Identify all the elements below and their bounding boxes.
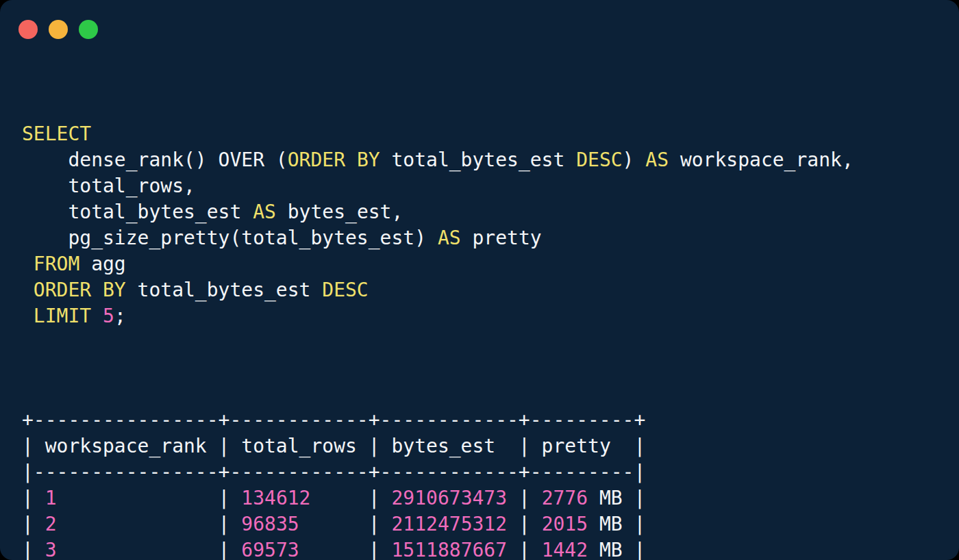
table-border-top: +----------------+------------+---------… (22, 407, 952, 433)
code-segment: | (507, 513, 530, 535)
code-segment: 2776 (542, 487, 588, 509)
code-segment (22, 305, 34, 327)
sql-query-code: SELECT dense_rank() OVER (ORDER BY total… (22, 121, 952, 329)
code-segment: | (57, 487, 230, 509)
code-segment (380, 487, 392, 509)
code-segment: | (299, 539, 380, 560)
code-segment: 2015 (542, 513, 588, 535)
code-segment: 2 (45, 513, 57, 535)
code-segment: 3 (45, 539, 57, 560)
code-segment: bytes_est | (380, 435, 530, 457)
code-line: SELECT (22, 121, 952, 147)
code-segment: FROM (34, 253, 79, 275)
code-line: LIMIT 5; (22, 303, 952, 329)
code-segment: bytes_est, (276, 201, 403, 223)
code-segment: | (507, 487, 530, 509)
code-segment: total_bytes_est (126, 279, 323, 301)
code-segment: 96835 (241, 513, 299, 535)
code-segment: | (623, 487, 646, 509)
query-result-table: +----------------+------------+---------… (22, 407, 952, 560)
code-segment: LIMIT (34, 305, 91, 327)
code-segment: +----------------+------------+---------… (22, 409, 645, 431)
code-line: total_rows, (22, 173, 952, 199)
code-segment: ORDER BY (288, 149, 380, 171)
code-segment: workspace_rank, (669, 149, 854, 171)
code-segment: AS (438, 227, 461, 249)
code-segment (22, 253, 34, 275)
code-segment (530, 539, 542, 560)
code-segment (380, 513, 392, 535)
code-segment (380, 539, 392, 560)
code-segment: ; (114, 305, 126, 327)
code-segment: | (57, 539, 230, 560)
code-segment (34, 513, 45, 535)
code-segment: pretty (461, 227, 542, 249)
code-segment (530, 487, 542, 509)
code-segment: | (299, 513, 380, 535)
code-segment: | (57, 513, 230, 535)
code-segment: | (22, 539, 34, 560)
code-segment: DESC (322, 279, 368, 301)
code-segment: | (22, 487, 34, 509)
code-segment: pretty | (530, 435, 646, 457)
code-segment (229, 513, 241, 535)
code-segment (530, 513, 542, 535)
code-segment: agg (79, 253, 125, 275)
minimize-button[interactable] (49, 20, 68, 39)
table-row: | 2 | 96835 | 2112475312 | 2015 MB | (22, 511, 952, 537)
code-segment: | (22, 513, 34, 535)
code-segment: 1 (45, 487, 57, 509)
code-segment (34, 539, 45, 560)
code-segment: 69573 (241, 539, 299, 560)
terminal-window: SELECT dense_rank() OVER (ORDER BY total… (0, 0, 959, 560)
code-segment: 134612 (241, 487, 310, 509)
code-segment: workspace_rank | (34, 435, 230, 457)
table-header-separator: |----------------+------------+---------… (22, 459, 952, 485)
code-segment: MB (588, 513, 623, 535)
code-line: FROM agg (22, 251, 952, 277)
code-segment: 2112475312 (391, 513, 507, 535)
code-segment: total_rows, (22, 175, 195, 197)
code-segment (229, 487, 241, 509)
code-segment: DESC (576, 149, 622, 171)
code-segment: MB (588, 539, 623, 560)
zoom-button[interactable] (79, 20, 98, 39)
code-segment: ORDER BY (34, 279, 126, 301)
table-row: | 3 | 69573 | 1511887667 | 1442 MB | (22, 537, 952, 560)
code-line: ORDER BY total_bytes_est DESC (22, 277, 952, 303)
code-segment: | (623, 539, 646, 560)
table-header-row: | workspace_rank | total_rows | bytes_es… (22, 433, 952, 459)
code-segment (34, 487, 45, 509)
code-segment: | (623, 513, 646, 535)
code-segment: SELECT (22, 123, 91, 145)
code-line: pg_size_pretty(total_bytes_est) AS prett… (22, 225, 952, 251)
code-line: total_bytes_est AS bytes_est, (22, 199, 952, 225)
code-segment (22, 279, 34, 301)
code-segment: AS (645, 149, 669, 171)
window-controls (18, 20, 98, 39)
code-segment: ) (623, 149, 646, 171)
close-button[interactable] (18, 20, 38, 39)
table-row: | 1 | 134612 | 2910673473 | 2776 MB | (22, 485, 952, 511)
code-segment: 1442 (542, 539, 588, 560)
code-segment: pg_size_pretty(total_bytes_est) (22, 227, 438, 249)
code-segment (229, 539, 241, 560)
code-segment: MB (588, 487, 623, 509)
code-segment: total_bytes_est (22, 201, 253, 223)
code-segment: total_bytes_est (380, 149, 577, 171)
code-segment: total_rows | (229, 435, 379, 457)
code-segment: dense_rank() OVER ( (22, 149, 288, 171)
code-segment: | (507, 539, 530, 560)
code-segment: 5 (103, 305, 114, 327)
code-segment (91, 305, 103, 327)
terminal-content: SELECT dense_rank() OVER (ORDER BY total… (22, 69, 952, 560)
code-segment: | (22, 435, 34, 457)
code-segment: 1511887667 (391, 539, 507, 560)
code-segment: AS (253, 201, 276, 223)
code-line: dense_rank() OVER (ORDER BY total_bytes_… (22, 147, 952, 173)
code-segment: 2910673473 (391, 487, 507, 509)
code-segment: | (310, 487, 379, 509)
code-segment: |----------------+------------+---------… (22, 461, 645, 483)
